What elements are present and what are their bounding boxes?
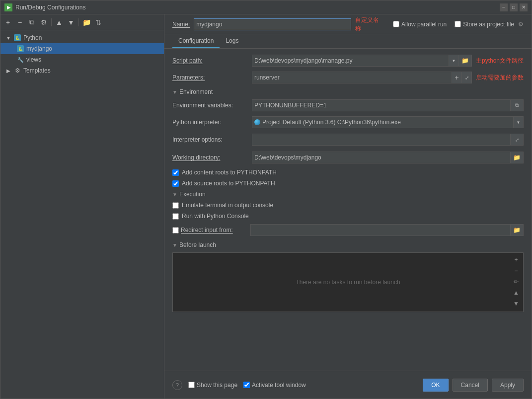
copy-config-button[interactable]: ⧉: [26, 17, 37, 28]
before-launch-add[interactable]: +: [511, 255, 521, 265]
tab-logs[interactable]: Logs: [220, 34, 244, 48]
tabs-row: Configuration Logs: [164, 34, 532, 49]
parameters-row: Parameters: + ⤢ 启动需要加的参数: [172, 72, 524, 83]
interp-options-label: Interpreter options:: [172, 136, 252, 143]
settings-button[interactable]: ⚙: [38, 17, 49, 28]
config-body: Script path: ▼ 📁 主python文件路径 Parameters:…: [164, 49, 532, 371]
run-python-console-checkbox[interactable]: [172, 213, 179, 220]
folder-button[interactable]: 📁: [81, 17, 92, 28]
redirect-input-group: 📁: [250, 224, 524, 236]
execution-title: Execution: [179, 191, 206, 198]
python-toggle: ▼: [4, 34, 12, 42]
execution-arrow: ▼: [172, 192, 177, 197]
before-launch-header[interactable]: ▼ Before launch: [172, 241, 524, 248]
script-path-row: Script path: ▼ 📁 主python文件路径: [172, 55, 524, 67]
apply-button[interactable]: Apply: [492, 379, 524, 392]
working-dir-group: 📁: [252, 152, 524, 163]
show-page-label: Show this page: [197, 382, 237, 389]
left-panel: + − ⧉ ⚙ ▲ ▼ 📁 ⇅ ▼ 🐍 Python: [0, 14, 164, 399]
bottom-left: ? Show this page Activate tool window: [172, 380, 423, 390]
interpreter-display: Project Default (Python 3.6) C:\Python36…: [252, 116, 514, 128]
tree-item-mydjango[interactable]: 🐍 mydjango: [0, 43, 164, 54]
environment-arrow: ▼: [172, 89, 177, 95]
script-path-input[interactable]: [252, 55, 449, 67]
before-launch-down[interactable]: ▼: [511, 299, 521, 309]
remove-config-button[interactable]: −: [14, 17, 25, 28]
emulate-terminal-checkbox[interactable]: [172, 202, 179, 209]
allow-parallel-label: Allow parallel run: [401, 21, 447, 28]
allow-parallel-row: Allow parallel run: [393, 21, 447, 28]
name-label: Name:: [172, 21, 190, 28]
ok-button[interactable]: OK: [423, 379, 448, 392]
mydjango-icon: 🐍: [16, 45, 24, 53]
store-project-checkbox[interactable]: [455, 21, 461, 27]
sort-button[interactable]: ⇅: [93, 17, 104, 28]
interp-options-expand[interactable]: ⤢: [511, 134, 524, 146]
parameters-annotation: 启动需要加的参数: [476, 74, 524, 82]
script-path-label: Script path:: [172, 57, 252, 64]
env-vars-input-group: ⧉: [252, 99, 524, 111]
redirect-input-checkbox[interactable]: [172, 227, 179, 234]
execution-section-header[interactable]: ▼ Execution: [172, 191, 524, 198]
env-vars-copy-button[interactable]: ⧉: [511, 99, 524, 111]
before-launch-title: Before launch: [179, 241, 216, 248]
interp-options-row: Interpreter options: ⤢: [172, 133, 524, 146]
down-button[interactable]: ▼: [66, 17, 76, 28]
script-path-dropdown[interactable]: ▼: [449, 55, 459, 67]
before-launch-remove[interactable]: −: [511, 266, 521, 276]
dialog-icon: ▶: [4, 3, 12, 11]
expand-params-button[interactable]: ⤢: [462, 72, 472, 83]
minimize-button[interactable]: −: [500, 3, 508, 11]
interp-options-input[interactable]: [252, 134, 511, 146]
redirect-input-row: Redirect input from: 📁: [172, 224, 524, 237]
add-params-button[interactable]: +: [452, 72, 462, 83]
working-dir-input[interactable]: [252, 152, 511, 163]
views-icon: 🔧: [16, 56, 24, 64]
script-path-browse[interactable]: 📁: [459, 55, 472, 67]
before-launch-section: ▼ Before launch There are no tasks to ru…: [172, 241, 524, 312]
add-content-roots-checkbox[interactable]: [172, 169, 179, 176]
working-dir-browse[interactable]: 📁: [511, 152, 524, 163]
title-bar-controls: − □ ✕: [500, 3, 528, 11]
allow-parallel-checkbox[interactable]: [393, 21, 399, 27]
before-launch-edit[interactable]: ✏: [511, 277, 521, 287]
interp-options-group: ⤢: [252, 134, 524, 146]
cancel-button[interactable]: Cancel: [453, 379, 488, 392]
templates-toggle: ▶: [4, 67, 12, 75]
script-path-annotation: 主python文件路径: [476, 57, 524, 65]
maximize-button[interactable]: □: [510, 3, 518, 11]
toolbar-separator-1: [51, 18, 52, 26]
activate-window-checkbox[interactable]: [243, 382, 250, 388]
name-row: Name: 自定义名称: [172, 16, 385, 33]
redirect-input-browse[interactable]: 📁: [511, 224, 524, 236]
tab-configuration[interactable]: Configuration: [172, 34, 220, 48]
store-project-settings[interactable]: ⚙: [518, 21, 524, 28]
help-button[interactable]: ?: [172, 380, 182, 390]
up-button[interactable]: ▲: [54, 17, 65, 28]
left-toolbar: + − ⧉ ⚙ ▲ ▼ 📁 ⇅: [0, 14, 164, 30]
env-vars-input[interactable]: [252, 99, 511, 111]
close-button[interactable]: ✕: [520, 3, 528, 11]
parameters-input[interactable]: [252, 72, 452, 83]
views-label: views: [26, 56, 41, 63]
python-group-label: Python: [23, 34, 42, 41]
interpreter-dropdown[interactable]: ▼: [514, 116, 524, 128]
tree-item-views[interactable]: 🔧 views: [0, 54, 164, 65]
environment-section-header[interactable]: ▼ Environment: [172, 88, 524, 95]
title-bar-text: Run/Debug Configurations: [15, 4, 500, 11]
add-source-roots-checkbox[interactable]: [172, 180, 179, 187]
python-ball-icon: [254, 119, 260, 125]
config-header: Name: 自定义名称 Allow parallel run Store as …: [164, 14, 532, 34]
tree-item-python[interactable]: ▼ 🐍 Python: [0, 32, 164, 43]
show-page-checkbox[interactable]: [188, 382, 195, 388]
store-project-label: Store as project file: [463, 21, 514, 28]
name-input[interactable]: [194, 18, 351, 30]
bottom-bar: ? Show this page Activate tool window OK…: [164, 371, 532, 399]
redirect-input-field[interactable]: [250, 224, 511, 236]
working-dir-row: Working directory: 📁: [172, 151, 524, 164]
tree-item-templates[interactable]: ▶ ⚙ Templates: [0, 65, 164, 76]
before-launch-up[interactable]: ▲: [511, 288, 521, 298]
name-annotation: 自定义名称: [355, 16, 384, 33]
python-group-icon: 🐍: [13, 34, 21, 42]
add-config-button[interactable]: +: [2, 17, 13, 28]
